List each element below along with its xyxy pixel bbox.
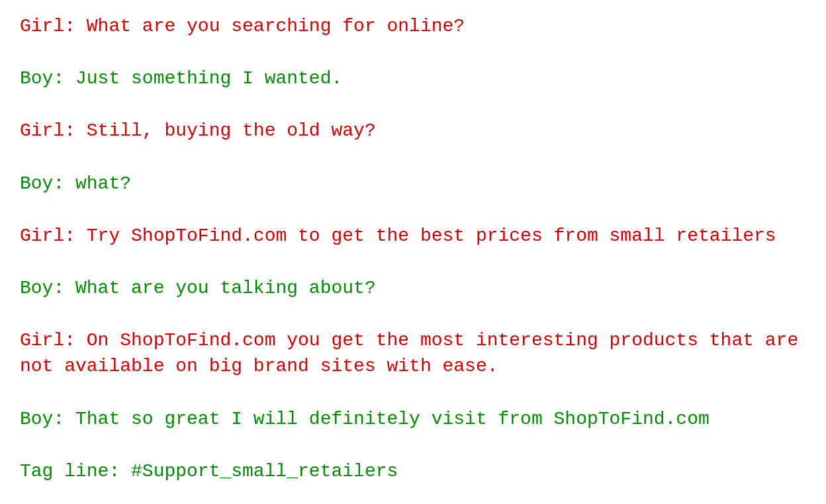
dialogue-line-5: Girl: Try ShopToFind.com to get the best… bbox=[20, 223, 806, 249]
dialogue-line-3: Girl: Still, buying the old way? bbox=[20, 118, 806, 144]
dialogue-line-8: Boy: That so great I will definitely vis… bbox=[20, 406, 806, 432]
dialogue-line-1: Girl: What are you searching for online? bbox=[20, 13, 806, 39]
dialogue-container: Girl: What are you searching for online?… bbox=[20, 13, 806, 484]
dialogue-line-2: Boy: Just something I wanted. bbox=[20, 65, 806, 91]
dialogue-line-6: Boy: What are you talking about? bbox=[20, 275, 806, 301]
tag-line: Tag line: #Support_small_retailers bbox=[20, 458, 806, 484]
dialogue-line-7: Girl: On ShopToFind.com you get the most… bbox=[20, 327, 806, 379]
dialogue-line-4: Boy: what? bbox=[20, 171, 806, 196]
